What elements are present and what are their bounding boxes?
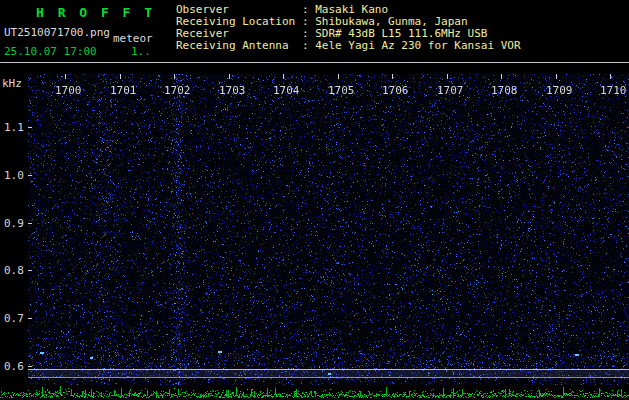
frame-counter: 1..	[131, 45, 151, 58]
time-tick-1704: 1704	[273, 84, 300, 97]
time-tick-1701: 1701	[110, 84, 137, 97]
time-tick-1700: 1700	[55, 84, 82, 97]
time-tick-1706: 1706	[382, 84, 409, 97]
freq-tick-0p9: 0.9	[4, 217, 24, 230]
freq-tick-0p8: 0.8	[4, 264, 24, 277]
info-label-antenna: Receiving Antenna	[176, 40, 302, 52]
freq-tick-1p1: 1.1	[4, 121, 24, 134]
freq-tick-0p6: 0.6	[4, 360, 24, 373]
time-tick-1709: 1709	[546, 84, 573, 97]
observation-tag: meteor	[113, 32, 153, 45]
signal-level-strip-canvas	[0, 385, 629, 400]
hrofft-output: H R O F F T UT2510071700.png meteor 25.1…	[0, 0, 629, 400]
time-tick-1702: 1702	[164, 84, 191, 97]
info-row-antenna: Receiving Antenna : 4ele Yagi Az 230 for…	[176, 40, 521, 52]
spectrogram-canvas	[28, 74, 629, 385]
output-filename: UT2510071700.png	[4, 26, 110, 39]
observation-timestamp: 25.10.07 17:00	[4, 45, 97, 58]
time-tick-1705: 1705	[328, 84, 355, 97]
time-tick-1710: 1710	[600, 84, 627, 97]
info-value-antenna: : 4ele Yagi Az 230 for Kansai VOR	[302, 40, 521, 52]
freq-tick-1p0: 1.0	[4, 169, 24, 182]
freq-tick-0p7: 0.7	[4, 312, 24, 325]
time-tick-1703: 1703	[219, 84, 246, 97]
time-tick-1708: 1708	[491, 84, 518, 97]
time-tick-1707: 1707	[437, 84, 464, 97]
observation-info: Observer : Masaki Kano Receiving Locatio…	[176, 4, 521, 52]
app-title: H R O F F T	[36, 5, 155, 20]
header-separator	[0, 62, 629, 63]
frequency-axis-unit: kHz	[2, 77, 22, 90]
